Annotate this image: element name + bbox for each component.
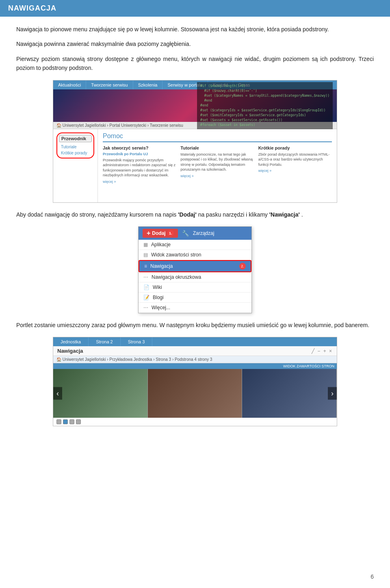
nav-col-2-title: Tutoriale (180, 145, 254, 150)
nav-hero-code: #if ($nazwy.length()>0) #if ($nazwy.char… (197, 82, 333, 129)
dd-dodaj-button[interactable]: + Dodaj 1. (143, 229, 178, 238)
dd-plus-icon: + (147, 230, 150, 237)
dd-item-wiecej[interactable]: ⋯ Więcej... (139, 303, 251, 313)
s3-navigation-dots (53, 418, 337, 426)
s3-content-tag: WIDOK ZAWARTOŚCI STRON (53, 363, 337, 369)
nav-hero-image: #if ($nazwy.length()>0) #if ($nazwy.char… (53, 89, 337, 122)
dd-item-wiki[interactable]: 📄 Wiki (139, 282, 251, 293)
paragraph-1: Nawigacja to pionowe menu znajdujące się… (16, 25, 374, 34)
nav-col-3-more[interactable]: więcej » (258, 169, 332, 173)
s3-tab-jednostka[interactable]: Jednostka (53, 337, 89, 346)
page-header: NAWIGACJA (0, 0, 390, 17)
s3-portlet-controls[interactable]: ╱ − + × (312, 348, 333, 354)
nav-sidebar-item-tutoriale[interactable]: Tutoriale (59, 144, 92, 150)
nav-sidebar-item-porady[interactable]: Krótkie porady (59, 150, 92, 156)
dd-item-okruszkowa-label: Nawigacja okruszkowa (152, 274, 201, 280)
paragraph-4-mid: na pasku narzędzi i klikamy (198, 211, 269, 218)
dd-app-icon: ▦ (143, 242, 148, 247)
dd-item-nawigacja-label: Nawigacja (150, 263, 173, 269)
s3-breadcrumb: 🏠 Uniwersytet Jagielloński › Przykładowa… (53, 356, 337, 363)
paragraph-3: Pierwszy poziom stanowią strony dostępne… (16, 54, 374, 73)
dd-item-widok-label: Widok zawartości stron (151, 252, 201, 258)
dd-item-aplikacje-label: Aplikacje (151, 242, 171, 247)
dd-item-wiki-label: Wiki (153, 284, 162, 290)
s3-dot-3[interactable] (69, 419, 74, 424)
dd-header: + Dodaj 1. 🔧 Zarządzaj (139, 227, 251, 240)
nav-col-1-more[interactable]: więcej » (103, 180, 176, 184)
dd-item-blogi-label: Blogi (153, 295, 164, 300)
dd-badge-2: 2. (239, 263, 246, 269)
paragraph-4-dodaj: 'Dodaj' (178, 211, 197, 218)
s3-dot-2[interactable] (63, 419, 68, 424)
nav-col-3: Krótkie porady Zbiór porad dotyczących s… (258, 145, 332, 184)
s3-dot-1[interactable] (56, 419, 61, 424)
page-number: 6 (370, 573, 374, 580)
nav-col-2-more[interactable]: więcej » (180, 174, 254, 178)
dd-zarzadzaj-label: Zarządzaj (193, 230, 214, 236)
nav-main-title: Pomoc (103, 132, 332, 142)
paragraph-4-end: . (301, 211, 303, 218)
dd-item-blogi[interactable]: 📝 Blogi (139, 293, 251, 303)
s3-photo-2 (148, 369, 243, 418)
dd-breadcrumb-icon: ⋯ (143, 274, 148, 280)
nav-sidebar: Przewodnik Tutoriale Krótkie porady (53, 129, 98, 202)
s3-tab-strona2[interactable]: Strona 2 (89, 337, 121, 346)
s3-portlet-name: Nawigacja (57, 348, 83, 354)
nav-col-3-text: Zbiór porad dotyczących stosowania HTML-… (258, 152, 332, 167)
nav-col-3-title: Krótkie porady (258, 145, 332, 150)
dd-nav-icon: ≡ (144, 263, 147, 269)
nav-menu-item-aktualnosci[interactable]: Aktualności (53, 80, 86, 89)
paragraph-4-nawigacja: 'Nawigacja' (269, 211, 300, 218)
s3-portlet-title-bar: Nawigacja ╱ − + × (53, 346, 337, 356)
nav-col-1-text: Przewodnik mający pomóc przyszłym admini… (103, 158, 176, 178)
dd-badge-1: 1. (167, 230, 174, 237)
s3-arrow-right-button[interactable]: › (328, 387, 337, 400)
s3-tab-strona3[interactable]: Strona 3 (121, 337, 153, 346)
s3-photo-1 (53, 369, 148, 418)
nav-menu-item-szkolenia[interactable]: Szkolenia (133, 80, 163, 89)
dd-item-widok[interactable]: ▤ Widok zawartości stron (139, 250, 251, 260)
nav-website-screenshot: Aktualności Tworzenie serwisu Szkolenia … (53, 80, 337, 203)
dd-wrench-icon: 🔧 (182, 230, 189, 237)
s3-top-nav: Jednostka Strona 2 Strona 3 (53, 337, 337, 346)
nav-col-2-text: Materiały pomocnicze, na temat tego jak … (180, 152, 254, 172)
main-content: Nawigacja to pionowe menu znajdujące się… (0, 17, 390, 450)
s3-arrow-left-button[interactable]: ‹ (53, 387, 62, 400)
dd-blog-icon: 📝 (143, 295, 150, 300)
nav-main-area: Pomoc Jak stworzyć serwis? Przewodnik po… (98, 129, 337, 202)
dd-item-nawigacja-okruszkowa[interactable]: ⋯ Nawigacja okruszkowa (139, 272, 251, 282)
portlet-screenshot: Jednostka Strona 2 Strona 3 Nawigacja ╱ … (53, 337, 337, 426)
dd-wiki-icon: 📄 (143, 284, 150, 290)
paragraph-4: Aby dodać nawigację do strony, najeżdżam… (16, 210, 374, 219)
dropdown-menu-screenshot: + Dodaj 1. 🔧 Zarządzaj ▦ Aplikacje ▤ Wid… (138, 226, 252, 313)
nav-body: Przewodnik Tutoriale Krótkie porady Pomo… (53, 129, 337, 202)
nav-sidebar-item-przewodnik[interactable]: Przewodnik (59, 135, 92, 142)
paragraph-5: Portlet zostanie umieszczony zaraz pod g… (16, 321, 374, 330)
dd-item-wiecej-label: Więcej... (152, 305, 170, 310)
dd-eye-icon: ▤ (143, 252, 148, 258)
s3-dot-4[interactable] (76, 419, 81, 424)
paragraph-4-start: Aby dodać nawigację do strony, najeżdżam… (16, 211, 178, 218)
dd-dodaj-label: Dodaj (152, 230, 165, 236)
nav-col-1-subtitle: Przewodnik po Portalu UJ (103, 152, 176, 156)
s3-photo-3 (242, 369, 337, 418)
paragraph-2: Nawigacja powinna zawierać maksymalnie d… (16, 39, 374, 48)
header-title: NAWIGACJA (8, 4, 56, 12)
dd-item-nawigacja[interactable]: ≡ Nawigacja 2. (139, 260, 251, 272)
nav-menu-item-tworzenie[interactable]: Tworzenie serwisu (86, 80, 133, 89)
nav-col-1-title: Jak stworzyć serwis? (103, 145, 176, 150)
nav-columns: Jak stworzyć serwis? Przewodnik po Porta… (103, 145, 332, 184)
dd-more-icon: ⋯ (143, 305, 148, 310)
nav-col-2: Tutoriale Materiały pomocnicze, na temat… (180, 145, 254, 184)
nav-col-1: Jak stworzyć serwis? Przewodnik po Porta… (103, 145, 176, 184)
dd-item-aplikacje[interactable]: ▦ Aplikacje (139, 240, 251, 250)
s3-photo-strip: ‹ › (53, 369, 337, 418)
